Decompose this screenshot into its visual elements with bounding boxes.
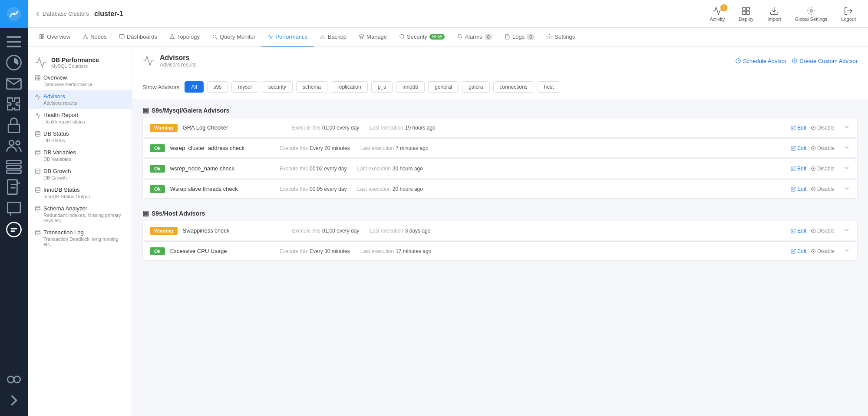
- tab-query-monitor[interactable]: Query Monitor: [206, 28, 261, 47]
- sidebar-header: DB Performance MySQL Counters: [28, 52, 132, 71]
- tab-topology[interactable]: Topology: [163, 28, 206, 47]
- disable-cpu[interactable]: Disable: [811, 248, 835, 254]
- filter-replication[interactable]: replication: [331, 81, 368, 93]
- rail-doc[interactable]: [4, 178, 23, 197]
- filter-galera[interactable]: galera: [462, 81, 489, 93]
- edit-wsrep-cluster[interactable]: Edit: [791, 145, 806, 151]
- create-advisor-btn[interactable]: Create Custom Advisor: [792, 58, 858, 64]
- sidebar-item-db-growth[interactable]: DB Growth DB Growth: [28, 165, 132, 183]
- activity-label: Activity: [710, 17, 725, 22]
- tab-performance[interactable]: Performance: [261, 28, 314, 47]
- advisors-title-block: Advisors Advisors results: [142, 54, 197, 68]
- expand-swappiness[interactable]: [843, 226, 850, 235]
- filter-ps[interactable]: p_s: [371, 81, 393, 93]
- sidebar-item-innodb[interactable]: InnoDB Status InnoDB Status Output: [28, 183, 132, 202]
- edit-swappiness[interactable]: Edit: [791, 228, 806, 234]
- svg-rect-49: [38, 78, 40, 80]
- svg-rect-26: [40, 37, 42, 39]
- galera-section: ▣ S9s/Mysql/Galera Advisors Warning GRA …: [142, 106, 858, 199]
- filter-s9s[interactable]: s9s: [207, 81, 228, 93]
- filter-label: Show Advisors: [142, 84, 179, 90]
- expand-wsrep-cluster[interactable]: [843, 144, 850, 152]
- svg-rect-7: [8, 124, 20, 132]
- edit-wsrep-node[interactable]: Edit: [791, 166, 806, 172]
- tab-manage[interactable]: Manage: [353, 28, 393, 47]
- advisor-card-swappiness: Warning Swappiness check Execute this 01…: [142, 221, 858, 240]
- schedule-advisor-btn[interactable]: Schedule Advisor: [735, 58, 786, 64]
- rail-mail[interactable]: [4, 74, 23, 93]
- svg-point-15: [7, 376, 14, 383]
- activity-badge: 1: [720, 4, 727, 11]
- sidebar-item-db-vars[interactable]: DB Variables DB Variables: [28, 146, 132, 165]
- sidebar-item-txn-log[interactable]: Transaction Log Transaction Deadlock, lo…: [28, 226, 132, 250]
- import-button[interactable]: Import: [762, 4, 786, 23]
- sidebar-item-overview[interactable]: Overview Database Performance: [28, 71, 132, 90]
- import-label: Import: [768, 17, 781, 22]
- svg-rect-24: [40, 35, 42, 37]
- activity-button[interactable]: 1 Activity: [704, 4, 730, 23]
- rail-chat[interactable]: [4, 199, 23, 218]
- tab-overview[interactable]: Overview: [33, 28, 76, 47]
- expand-gra[interactable]: [843, 123, 850, 132]
- edit-gra[interactable]: Edit: [791, 125, 806, 131]
- logout-button[interactable]: Logout: [836, 4, 861, 23]
- advisors-title: Advisors: [160, 54, 197, 62]
- svg-point-54: [36, 206, 40, 208]
- logs-badge: 0: [527, 34, 535, 40]
- rail-puzzle[interactable]: [4, 95, 23, 114]
- tab-settings[interactable]: Settings: [541, 28, 581, 47]
- rail-users[interactable]: [4, 136, 23, 156]
- tab-alarms[interactable]: Alarms 0: [451, 28, 498, 47]
- back-link[interactable]: Database Clusters: [35, 10, 89, 17]
- rail-list[interactable]: [4, 32, 23, 51]
- advisor-card-wsrep-slave: Ok Wsrep slave threads check Execute thi…: [142, 179, 858, 199]
- advisor-card-wsrep-node: Ok wsrep_node_name check Execute this 00…: [142, 159, 858, 178]
- filter-security[interactable]: security: [262, 81, 293, 93]
- filter-schema[interactable]: schema: [296, 81, 327, 93]
- sidebar-item-schema[interactable]: Schema Analyzer Redundant Indexes, Missi…: [28, 202, 132, 226]
- edit-cpu[interactable]: Edit: [791, 248, 806, 254]
- filter-general[interactable]: general: [428, 81, 459, 93]
- disable-wsrep-node[interactable]: Disable: [811, 166, 835, 172]
- svg-line-43: [216, 38, 217, 39]
- tab-security[interactable]: Security NEW: [393, 28, 451, 47]
- edit-wsrep-slave[interactable]: Edit: [791, 186, 806, 192]
- filter-host[interactable]: host: [538, 81, 561, 93]
- expand-wsrep-node[interactable]: [843, 164, 850, 173]
- svg-line-31: [84, 36, 86, 38]
- deploy-button[interactable]: Deploy: [733, 4, 759, 23]
- rail-toggle[interactable]: [4, 370, 23, 389]
- rail-expand[interactable]: [4, 391, 23, 410]
- disable-swappiness[interactable]: Disable: [811, 228, 835, 234]
- disable-gra[interactable]: Disable: [811, 125, 835, 131]
- global-settings-button[interactable]: Global Settings: [790, 4, 833, 23]
- svg-point-16: [14, 376, 20, 383]
- tab-logs[interactable]: Logs 0: [498, 28, 541, 47]
- disable-wsrep-slave[interactable]: Disable: [811, 186, 835, 192]
- rail-lock[interactable]: [4, 116, 23, 135]
- filter-mysql[interactable]: mysql: [231, 81, 258, 93]
- svg-point-38: [174, 38, 175, 39]
- status-badge-gra: Warning: [150, 124, 178, 132]
- tab-nodes[interactable]: Nodes: [76, 28, 113, 47]
- host-section-title: ▣ S9s/Host Advisors: [142, 209, 858, 217]
- tab-backup[interactable]: Backup: [314, 28, 353, 47]
- rail-chat2[interactable]: [4, 220, 23, 239]
- filter-connections[interactable]: connections: [493, 81, 534, 93]
- disable-wsrep-cluster[interactable]: Disable: [811, 145, 835, 151]
- rail-db[interactable]: [4, 157, 23, 176]
- app-logo[interactable]: [0, 0, 28, 28]
- filter-innodb[interactable]: innodb: [396, 81, 425, 93]
- sidebar: DB Performance MySQL Counters Overview D…: [28, 47, 132, 416]
- tab-dashboards[interactable]: Dashboards: [113, 28, 163, 47]
- expand-cpu[interactable]: [843, 247, 850, 255]
- filter-all[interactable]: All: [185, 81, 203, 93]
- sidebar-item-db-status[interactable]: DB Status DB Status: [28, 127, 132, 146]
- advisor-name-gra: GRA Log Checker: [183, 124, 287, 131]
- sidebar-item-advisors[interactable]: Advisors Advisors results: [28, 90, 132, 109]
- expand-wsrep-slave[interactable]: [843, 185, 850, 193]
- svg-rect-12: [7, 170, 21, 173]
- rail-chart[interactable]: [4, 53, 23, 72]
- svg-rect-17: [743, 7, 746, 10]
- sidebar-item-health[interactable]: Health Report Health report status: [28, 109, 132, 127]
